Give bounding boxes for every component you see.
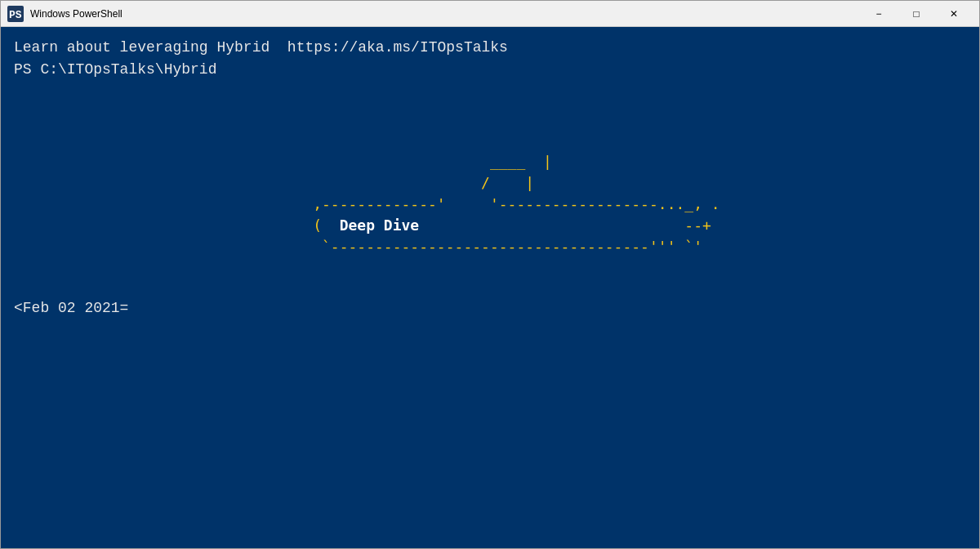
powershell-window: PS Windows PowerShell − □ ✕ Learn about …: [0, 0, 980, 549]
terminal-output-line2: PS C:\ITOpsTalks\Hybrid: [14, 59, 966, 81]
window-controls: − □ ✕: [860, 1, 973, 27]
terminal-body[interactable]: Learn about leveraging Hybrid https://ak…: [1, 27, 979, 548]
ascii-art-image: ____ | / | ,-------------' '------------…: [313, 151, 720, 257]
app-icon: PS: [7, 6, 24, 22]
maximize-button[interactable]: □: [898, 1, 935, 27]
ascii-art-container: ____ | / | ,-------------' '------------…: [14, 130, 966, 280]
titlebar: PS Windows PowerShell − □ ✕: [1, 1, 979, 27]
terminal-output-line1: Learn about leveraging Hybrid https://ak…: [14, 37, 966, 59]
close-button[interactable]: ✕: [935, 1, 973, 27]
window-title: Windows PowerShell: [30, 8, 860, 20]
minimize-button[interactable]: −: [860, 1, 898, 27]
date-output: <Feb 02 2021=: [14, 300, 966, 316]
svg-text:PS: PS: [9, 9, 22, 21]
